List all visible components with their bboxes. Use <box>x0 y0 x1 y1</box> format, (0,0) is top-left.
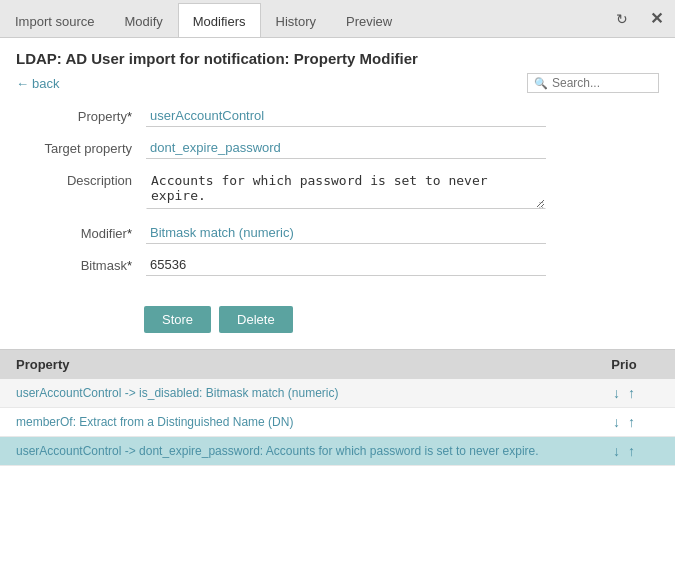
tab-import-source[interactable]: Import source <box>0 5 109 37</box>
row-down-button[interactable]: ↓ <box>611 443 622 459</box>
tab-modifiers[interactable]: Modifiers <box>178 3 261 37</box>
page-title: LDAP: AD User import for notification: P… <box>0 38 675 73</box>
row-down-button[interactable]: ↓ <box>611 414 622 430</box>
tab-history[interactable]: History <box>261 5 331 37</box>
table-row: userAccountControl -> dont_expire_passwo… <box>0 437 675 466</box>
description-label: Description <box>16 169 146 188</box>
toolbar: ←back 🔍 <box>0 73 675 101</box>
form-row-description: Description :: <box>16 169 659 212</box>
search-box: 🔍 <box>527 73 659 93</box>
back-link[interactable]: ←back <box>16 76 59 91</box>
form-row-modifier: Modifier <box>16 222 659 244</box>
button-row: Store Delete <box>0 298 675 341</box>
row-down-button[interactable]: ↓ <box>611 385 622 401</box>
target-property-input[interactable] <box>146 137 546 159</box>
tab-bar: Import source Modify Modifiers History P… <box>0 0 675 38</box>
row-up-button[interactable]: ↑ <box>626 385 637 401</box>
table-row: userAccountControl -> is_disabled: Bitma… <box>0 379 675 408</box>
delete-button[interactable]: Delete <box>219 306 293 333</box>
bitmask-input[interactable] <box>146 254 546 276</box>
property-label: Property <box>16 105 146 124</box>
row-controls: ↓ ↑ <box>589 414 659 430</box>
target-property-label: Target property <box>16 137 146 156</box>
row-text: userAccountControl -> dont_expire_passwo… <box>16 444 589 458</box>
form-row-target-property: Target property <box>16 137 659 159</box>
close-button[interactable]: ✕ <box>638 1 675 36</box>
row-text: memberOf: Extract from a Distinguished N… <box>16 415 589 429</box>
table-row: memberOf: Extract from a Distinguished N… <box>0 408 675 437</box>
col-property-header: Property <box>16 357 589 372</box>
row-up-button[interactable]: ↑ <box>626 414 637 430</box>
textarea-wrapper: :: <box>146 169 546 212</box>
search-icon: 🔍 <box>534 77 548 90</box>
table-header: Property Prio <box>0 350 675 379</box>
row-controls: ↓ ↑ <box>589 443 659 459</box>
bitmask-label: Bitmask <box>16 254 146 273</box>
row-text: userAccountControl -> is_disabled: Bitma… <box>16 386 589 400</box>
resize-indicator: :: <box>538 199 544 210</box>
refresh-button[interactable]: ↻ <box>606 3 638 35</box>
property-input[interactable] <box>146 105 546 127</box>
row-up-button[interactable]: ↑ <box>626 443 637 459</box>
table-section: Property Prio userAccountControl -> is_d… <box>0 349 675 466</box>
modifier-input[interactable] <box>146 222 546 244</box>
back-arrow-icon: ← <box>16 76 29 91</box>
description-textarea[interactable] <box>146 169 546 209</box>
modifier-label: Modifier <box>16 222 146 241</box>
form-row-bitmask: Bitmask <box>16 254 659 276</box>
app-container: Import source Modify Modifiers History P… <box>0 0 675 466</box>
row-controls: ↓ ↑ <box>589 385 659 401</box>
tab-preview[interactable]: Preview <box>331 5 407 37</box>
form-section: Property Target property Description :: … <box>0 101 675 298</box>
tab-modify[interactable]: Modify <box>109 5 177 37</box>
store-button[interactable]: Store <box>144 306 211 333</box>
form-row-property: Property <box>16 105 659 127</box>
col-prio-header: Prio <box>589 357 659 372</box>
search-input[interactable] <box>552 76 652 90</box>
